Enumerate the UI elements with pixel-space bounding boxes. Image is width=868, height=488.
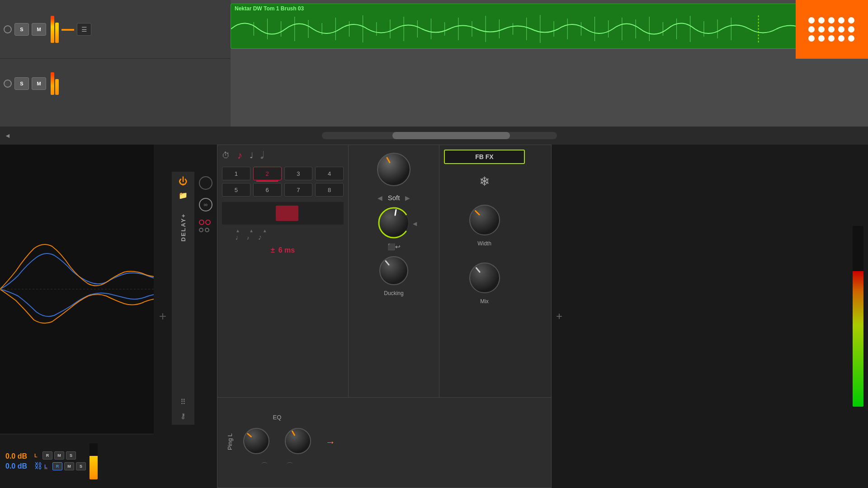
orange-logo [796,0,868,59]
scrollbar-thumb[interactable] [392,132,510,139]
step-arrow-1[interactable]: ▲ [236,228,240,233]
circle-sm2-2 [205,228,209,232]
freeze-icon[interactable]: ❄ [479,174,490,189]
orange-bar-1 [61,29,74,31]
blue-db-value: 0.0 dB [5,462,27,470]
logo-dots [808,17,855,42]
main-knob-container [376,151,412,189]
mix-knob-container: Mix [444,261,525,305]
mute-btn-2[interactable]: M [32,77,46,90]
svg-point-45 [470,205,500,235]
soft-row: ◀ Soft ▶ [377,194,410,202]
note-red-icon[interactable]: ♪ [237,150,242,161]
s-btn-2[interactable]: S [76,462,86,470]
delay-right-panel: ◀ Soft ▶ [349,145,439,397]
feedback-knob[interactable]: ◀ [377,206,410,241]
width-knob-container: Width [444,203,525,247]
ducking-knob-container: Ducking [378,255,410,296]
width-label: Width [477,240,491,247]
svg-point-47 [470,263,500,293]
daw-top-area: S M ☰ S M Nektar DW Tom 1 Brus [0,0,868,127]
l-label-blue: L [44,464,51,469]
l-label-orange: L [34,453,41,458]
num-btn-5[interactable]: 5 [222,183,250,197]
num-btn-3[interactable]: 3 [284,167,313,180]
side-meter-left [90,443,98,479]
step-arrow-3[interactable]: ▲ [263,228,267,233]
track-menu-1[interactable]: ☰ [77,23,91,36]
svg-point-49 [244,428,269,454]
soft-arrow-left[interactable]: ◀ [377,194,382,202]
freeze-container: ❄ [444,174,525,189]
two-circles-bottom[interactable] [199,228,212,232]
icons-row: ⏱ ♪ ♩ 𝅗𝅥 [222,150,344,161]
lr-controls: L R M S ⛓ L R M S [34,451,86,471]
track-row-2: S M [0,59,231,108]
step-arrow-2[interactable]: ▲ [249,228,254,233]
circle-sm2-1 [199,228,203,232]
svg-point-51 [285,428,311,454]
track-timeline-area: Nektar DW Tom 1 Brush 03 [231,0,868,127]
side-icon-link[interactable]: ∞ [199,198,212,211]
num-btn-2[interactable]: 2 [253,167,282,180]
eq-curve-icons: ⌒ ⌒ [261,461,293,471]
step-block [276,206,298,221]
add-plugin-right[interactable]: + [552,145,567,488]
step-icons-row: ♩ ♪ 𝅘𝅥𝅮 [222,235,344,241]
m-btn-1[interactable]: M [54,451,64,460]
num-btn-4[interactable]: 4 [315,167,344,180]
orange-db-value: 0.0 dB [5,452,27,460]
scrollbar-track[interactable] [322,132,557,139]
circle-sm-2 [205,220,211,225]
feedback-icon: ⬛↩ [387,243,401,250]
ms-display: ± 6 ms [222,246,344,254]
ping-label: Ping L [226,433,233,452]
m-btn-2[interactable]: M [64,462,74,470]
clock-icon[interactable]: ⏱ [222,151,230,160]
r-btn-2[interactable]: R [52,462,62,470]
scroll-left-arrow[interactable]: ◄ [5,132,11,139]
two-circles-top[interactable] [199,220,212,225]
num-btn-7[interactable]: 7 [284,183,313,197]
link-icon[interactable]: ⛓ [34,461,42,471]
mix-knob[interactable] [468,261,501,296]
eq-knob-1[interactable] [242,427,270,457]
delay-key-btn[interactable]: ⚷ [180,412,186,420]
num-btn-8[interactable]: 8 [315,183,344,197]
step-icon-2[interactable]: ♪ [247,235,250,241]
scroll-area: ◄ [0,127,868,145]
track-power-2[interactable] [4,80,12,88]
step-sequencer[interactable] [222,202,344,225]
scrollbar-container [15,132,863,139]
note-gray-icon[interactable]: ♩ [250,150,253,160]
clip-title: Nektar DW Tom 1 Brush 03 [231,4,868,13]
audio-clip-1[interactable]: Nektar DW Tom 1 Brush 03 [231,4,868,49]
solo-btn-1[interactable]: S [14,23,29,36]
delay-power-btn[interactable]: ⏻ [179,176,188,187]
right-meter [853,226,863,407]
eq-knob-2[interactable] [284,427,312,457]
waveform-bottom-controls: 0.0 dB 0.0 dB L R M S ⛓ L R M S [0,434,154,488]
num-btn-6[interactable]: 6 [253,183,282,197]
track-power-1[interactable] [4,25,12,33]
delay-side-icons: ∞ [194,172,217,488]
delay-dots-btn[interactable]: ⠿ [180,398,186,406]
s-btn-1[interactable]: S [66,451,76,460]
num-btn-1[interactable]: 1 [222,167,250,180]
mix-label: Mix [480,298,489,305]
soft-arrow-right[interactable]: ▶ [405,194,410,202]
step-icon-1[interactable]: ♩ [236,235,238,241]
plugin-top-row: ⏱ ♪ ♩ 𝅗𝅥 1 2 3 4 5 6 7 8 [217,145,551,397]
delay-folder-btn[interactable]: 📁 [179,191,188,200]
add-plugin-left[interactable]: + [154,145,172,488]
side-icon-1[interactable] [199,176,212,190]
track-row-1: S M ☰ [0,0,231,59]
waveform-canvas [0,145,154,434]
solo-btn-2[interactable]: S [14,77,29,90]
ducking-knob[interactable] [378,255,410,288]
mute-btn-1[interactable]: M [32,23,46,36]
width-knob[interactable] [468,203,501,239]
r-btn-1[interactable]: R [42,451,52,460]
main-knob[interactable] [376,151,412,189]
eq-curve-2: ⌒ [286,461,293,471]
